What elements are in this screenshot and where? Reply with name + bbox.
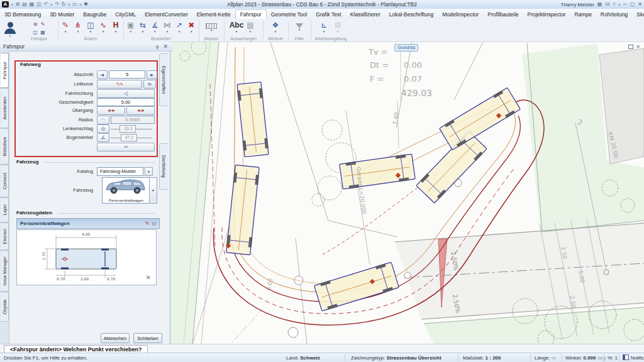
edit-pencil-icon[interactable]: ✎ <box>145 221 150 226</box>
modify-branch-icon[interactable]: ⋔▾ <box>72 21 84 36</box>
status-massstab[interactable]: Maßstab: 1 : 200 <box>463 353 501 362</box>
palette-tab-layer[interactable]: Layer <box>1 197 9 222</box>
menu-tab-fahrspur[interactable]: Fahrspur <box>235 9 267 19</box>
viewport-restore-icon[interactable] <box>628 45 633 49</box>
modify-pencil-icon[interactable]: ✎▾ <box>60 21 71 36</box>
menu-tab-elementconverter[interactable]: ElementConverter <box>140 10 192 19</box>
status-land[interactable]: Land: Schweiz <box>286 353 320 362</box>
bogenwinkel-slider-thumb[interactable]: 47.2 <box>121 134 137 141</box>
rotate-angle-icon[interactable]: ∡▾ <box>150 21 160 36</box>
geschwindigkeit-input[interactable]: 5.00 <box>97 98 155 106</box>
report-list-icon[interactable]: ▤▾ <box>244 21 257 36</box>
status-percent[interactable]: %: 1 <box>608 353 618 362</box>
copy-element-icon[interactable]: ▣▾ <box>125 21 136 36</box>
diagram-close-icon[interactable]: ✕ <box>146 274 151 281</box>
actionbar-profile-button[interactable]: ▾ <box>2 21 18 40</box>
leitkurve-swap-button[interactable]: ⇆ <box>143 80 156 89</box>
delete-icon[interactable]: ✖▾ <box>186 21 197 36</box>
shop-icon[interactable]: ⛁ <box>605 1 609 8</box>
attribute-tag-icon[interactable]: ❖▾ <box>269 21 282 36</box>
lane-edit-icon[interactable]: ✎ <box>40 21 47 28</box>
menu-tab-geometrie-tool[interactable]: Geometrie Tool <box>267 10 311 19</box>
palette-tab-objekte[interactable]: Objekte <box>1 292 9 322</box>
drawing-canvas[interactable]: Tv = Dt = 0.00 F = 0.07 429.03 7.40 Gera… <box>170 42 644 344</box>
katalog-dropdown-icon[interactable]: ▼ <box>145 167 153 176</box>
modify-curve-icon[interactable]: ∿▾ <box>97 21 109 36</box>
move-element-icon[interactable]: ⇆▾ <box>137 21 148 36</box>
katalog-select[interactable]: Fahrzeug-Muster <box>97 167 143 176</box>
text-abc-icon[interactable]: Abc▾ <box>230 21 243 36</box>
menu-tab-baugrube[interactable]: Baugrube <box>79 10 111 19</box>
fahrzeug-dropdown-icon[interactable]: ▼ <box>149 177 157 204</box>
uebergang-in-button[interactable]: ◄▪► <box>97 106 125 115</box>
close-button[interactable]: ✕ <box>638 1 642 8</box>
filter-funnel-icon[interactable]: ▾ <box>293 21 306 36</box>
bogenwinkel-icon-button[interactable]: ∠ <box>97 133 109 142</box>
repeat-icon[interactable]: ↻ <box>62 1 66 8</box>
fahrtrichtung-button[interactable]: ◁ <box>97 89 155 98</box>
radius-icon-button[interactable]: ◠ <box>97 116 109 124</box>
uebergang-out-button[interactable]: ◄▪► <box>126 106 155 115</box>
palette-tab-ebenen[interactable]: Ebenen <box>1 222 9 250</box>
palette-tab-connect[interactable]: Connect <box>1 165 9 197</box>
drawing-viewport[interactable]: Grundriss ✕ <box>170 41 644 344</box>
menu-tab-3d-bemassung[interactable]: 3D Bemassung <box>0 10 45 19</box>
undo-icon[interactable]: ↶ <box>44 1 48 8</box>
modify-h-profile-icon[interactable]: H▾ <box>110 21 121 36</box>
user-name[interactable]: Thierry Metzler <box>560 2 594 8</box>
cancel-button[interactable]: Abbrechen <box>101 333 130 343</box>
help-icon[interactable]: ? <box>613 1 615 8</box>
menu-tab-grafik-text[interactable]: Grafik Text <box>311 10 345 19</box>
menu-tab-element-kette[interactable]: Element-Kette <box>192 10 235 19</box>
panel-header[interactable]: Fahrspur ⚲ ✕ <box>0 43 173 52</box>
palette-tab-bibliothek[interactable]: Bibliothek <box>1 128 9 165</box>
minimize-button[interactable]: ─ <box>623 1 627 8</box>
mirror-icon[interactable]: ⋈▾ <box>162 21 172 36</box>
axis-icon[interactable]: ⊾▾ <box>318 21 330 36</box>
redo-icon[interactable]: ↷ <box>55 1 59 8</box>
abschnitt-prev-button[interactable]: ◀ <box>97 70 108 79</box>
menu-tab-lokal-beschriftung[interactable]: Lokal-Beschriftung <box>385 10 438 19</box>
lenkeinschlag-slider-thumb[interactable]: -33.3 <box>119 125 136 133</box>
side-tab-darstellung[interactable]: Darstellung <box>159 143 168 190</box>
menu-tab-rampe[interactable]: Rampe <box>570 10 596 19</box>
step-back-button[interactable]: ⇦ <box>97 143 155 151</box>
lenkeinschlag-slider[interactable]: -33.3 <box>111 125 152 133</box>
panel-close-icon[interactable]: ✕ <box>163 43 168 51</box>
menu-tab-projektinspector[interactable]: Projektinspector <box>523 10 570 19</box>
menu-tab-profilbauteile[interactable]: Profilbauteile <box>483 10 523 19</box>
palette-tab-issue-manager[interactable]: Issue Manager <box>1 250 9 292</box>
menu-tab-modelinspector[interactable]: ModelInspector <box>438 10 483 19</box>
allplan-logo[interactable]: A <box>2 1 9 8</box>
help-caret-icon[interactable]: ▾ <box>619 3 621 6</box>
bogenwinkel-slider[interactable]: 47.2 <box>111 134 152 141</box>
print-icon[interactable]: ◫ <box>36 1 42 8</box>
abschnitt-next-button[interactable]: ▶ <box>147 70 157 79</box>
stretch-icon[interactable]: ↗▾ <box>174 21 184 36</box>
new-window-icon[interactable]: ⊞ <box>16 1 20 8</box>
fahrzeug-preview[interactable]: Personenkraftwagen <box>102 177 150 204</box>
status-zeichnungstyp[interactable]: Zeichnungstyp: Strassenbau Übersicht <box>351 353 441 362</box>
menu-tab-rohrleitung[interactable]: Rohrleitung <box>596 10 632 19</box>
save-icon[interactable]: ▦ <box>30 1 35 8</box>
abschnitt-value-field[interactable]: 5 <box>109 70 145 79</box>
modify-copy-icon[interactable]: ◫▾ <box>85 21 96 36</box>
status-winkel[interactable]: Winkel: 0.000 deg <box>565 353 606 362</box>
palette-tab-assistenten[interactable]: Assistenten <box>1 88 9 128</box>
lane-settings-icon[interactable]: ▦ <box>40 29 47 36</box>
view-icon[interactable]: ▭ <box>72 1 77 8</box>
menu-tab-sketchupconverter[interactable]: SketchUpConverter <box>632 10 644 19</box>
datas-sheet-icon[interactable]: ▤ <box>152 221 157 226</box>
status-notifications[interactable]: Notifications <box>623 353 644 362</box>
status-laenge[interactable]: Länge: m <box>535 353 555 362</box>
measure-ruler-icon[interactable]: ▾ <box>205 21 218 36</box>
close-dialog-button[interactable]: Schließen <box>133 333 162 343</box>
app-menu-caret-icon[interactable]: ▾ <box>11 3 13 6</box>
lane-create-icon[interactable]: ⊞ <box>32 21 39 28</box>
palette-tab-fahrspur[interactable]: Fahrspur <box>1 53 9 88</box>
leitkurve-button[interactable]: ∿✎ <box>97 80 142 89</box>
menu-tab-3d-muster[interactable]: 3D Muster <box>45 10 79 19</box>
viewport-close-icon[interactable]: ✕ <box>636 45 640 49</box>
menu-tab-citygml[interactable]: CityGML <box>111 10 140 19</box>
open-icon[interactable]: ▤ <box>22 1 27 8</box>
